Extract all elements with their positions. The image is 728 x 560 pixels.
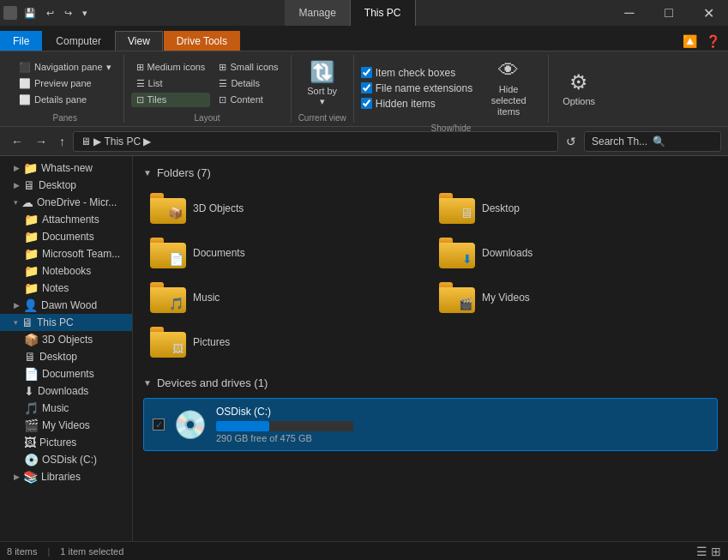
details-view-btn[interactable]: ☰	[696, 545, 707, 558]
back-btn[interactable]: ←	[7, 132, 27, 151]
details-btn[interactable]: ☰ Details	[214, 76, 283, 91]
folder-downloads[interactable]: ⬇ Downloads	[432, 232, 718, 274]
hidden-items-input[interactable]	[361, 98, 372, 109]
sidebar-item-pictures[interactable]: 🖼 Pictures	[0, 434, 132, 451]
minimize-btn[interactable]: ─	[610, 0, 649, 26]
up-btn[interactable]: ↑	[55, 132, 69, 151]
manage-tab[interactable]: Manage	[285, 0, 350, 26]
ribbon: ⬛ Navigation pane ▾ ⬜ Preview pane ⬜ Det…	[0, 51, 728, 127]
sidebar-label: Libraries	[41, 471, 125, 483]
folder-desktop[interactable]: 🖥 Desktop	[432, 188, 718, 229]
sidebar-item-downloads[interactable]: ⬇ Downloads	[0, 382, 132, 400]
sidebar-label: Desktop	[39, 179, 125, 191]
title-bar-tabs: Manage This PC	[285, 0, 415, 26]
sidebar-item-attachments[interactable]: 📁 Attachments	[0, 211, 132, 228]
status-separator: |	[47, 546, 50, 557]
sidebar-label: Documents	[42, 368, 125, 380]
quick-access-btn[interactable]: 💾	[21, 6, 39, 21]
libraries-icon: 📚	[23, 470, 38, 484]
status-bar: 8 items | 1 item selected ☰ ⊞	[0, 541, 728, 560]
sidebar-item-desktop-top[interactable]: ▶ 🖥 Desktop	[0, 177, 132, 194]
address-bar[interactable]: 🖥 ▶ This PC ▶	[73, 131, 558, 152]
maximize-btn[interactable]: □	[649, 0, 689, 26]
desktop-icon: 🖥	[23, 178, 35, 192]
medium-icons-btn[interactable]: ⊞ Medium icons	[131, 60, 211, 75]
navigation-pane-btn[interactable]: ⬛ Navigation pane ▾	[14, 60, 117, 75]
folder-pictures[interactable]: 🖼 Pictures	[143, 322, 429, 363]
videos-icon: 🎬	[24, 418, 39, 432]
tiles-view-btn[interactable]: ⊞	[711, 545, 721, 558]
folder-3d-objects[interactable]: 📦 3D Objects	[143, 188, 429, 229]
current-view-label: Current view	[298, 113, 346, 123]
undo-btn[interactable]: ↩	[43, 6, 57, 21]
drive-osdisk[interactable]: ✓ 💿 OSDisk (C:) 290 GB free of 475 GB	[143, 398, 718, 451]
folder-name: My Videos	[482, 292, 530, 304]
tiles-btn[interactable]: ⊡ Tiles	[131, 93, 211, 107]
folder-documents[interactable]: 📄 Documents	[143, 232, 429, 274]
list-icon: ☰	[136, 78, 145, 89]
folders-grid: 📦 3D Objects 🖥 Desktop 📄	[143, 188, 718, 363]
small-icons-btn[interactable]: ⊞ Small icons	[214, 60, 283, 75]
sidebar-item-whats-new[interactable]: ▶ 📁 Whats-new	[0, 160, 132, 177]
sidebar-item-documents-od[interactable]: 📁 Documents	[0, 228, 132, 245]
sidebar-item-notebooks[interactable]: 📁 Notebooks	[0, 262, 132, 280]
folders-collapse-btn[interactable]: ▼	[143, 168, 152, 178]
options-btn[interactable]: ⚙ Options	[556, 67, 602, 110]
expand-arrow: ▾	[14, 198, 18, 207]
ribbon-collapse-btn[interactable]: 🔼	[678, 32, 701, 51]
sidebar-label: Notes	[42, 282, 125, 294]
folder-my-videos[interactable]: 🎬 My Videos	[432, 277, 718, 318]
ribbon-help: 🔼 ❓	[678, 32, 728, 51]
sidebar-item-dawn-wood[interactable]: ▶ 👤 Dawn Wood	[0, 297, 132, 314]
close-btn[interactable]: ✕	[689, 0, 728, 26]
devices-section-header: ▼ Devices and drives (1)	[143, 376, 718, 389]
tab-view[interactable]: View	[115, 31, 163, 51]
sidebar-item-notes[interactable]: 📁 Notes	[0, 280, 132, 297]
list-btn[interactable]: ☰ List	[131, 76, 211, 91]
folder-icon-downloads: ⬇	[439, 238, 475, 268]
redo-btn[interactable]: ↪	[61, 6, 75, 21]
search-bar[interactable]: Search Th... 🔍	[584, 131, 721, 152]
ribbon-help-btn[interactable]: ❓	[701, 32, 725, 51]
sidebar-item-this-pc[interactable]: ▾ 🖥 This PC	[0, 314, 132, 331]
tab-drive-tools[interactable]: Drive Tools	[164, 31, 240, 51]
sidebar-item-documents[interactable]: 📄 Documents	[0, 365, 132, 382]
nav-pane-icon: ⬛	[19, 62, 31, 73]
file-area: ▼ Folders (7) 📦 3D Objects 🖥	[133, 156, 728, 541]
folder-icon: 📁	[24, 281, 39, 295]
view-toggle: ☰ ⊞	[696, 545, 721, 558]
window-controls: ─ □ ✕	[610, 0, 728, 26]
folder-name: Documents	[193, 247, 245, 259]
sort-by-btn[interactable]: 🔃 Sort by ▾	[300, 57, 344, 111]
sidebar-item-music[interactable]: 🎵 Music	[0, 400, 132, 417]
refresh-btn[interactable]: ↺	[562, 132, 581, 151]
qa-dropdown[interactable]: ▾	[79, 6, 91, 21]
content-btn[interactable]: ⊡ Content	[214, 93, 283, 107]
sidebar-item-videos[interactable]: 🎬 My Videos	[0, 417, 132, 434]
hide-selected-btn[interactable]: 👁 Hide selected items	[476, 55, 541, 122]
sidebar-item-3d-objects[interactable]: 📦 3D Objects	[0, 331, 132, 348]
folder-music[interactable]: 🎵 Music	[143, 277, 429, 318]
tab-computer[interactable]: Computer	[43, 31, 114, 51]
this-pc-tab[interactable]: This PC	[351, 0, 416, 26]
preview-pane-btn[interactable]: ⬜ Preview pane	[14, 76, 117, 91]
sidebar-label: Whats-new	[41, 162, 125, 174]
sidebar-item-desktop[interactable]: 🖥 Desktop	[0, 348, 132, 365]
tab-file[interactable]: File	[0, 31, 42, 51]
expand-arrow: ▶	[14, 473, 20, 481]
details-pane-btn[interactable]: ⬜ Details pane	[14, 93, 117, 107]
forward-btn[interactable]: →	[31, 132, 51, 151]
sidebar-item-ms-teams[interactable]: 📁 Microsoft Team...	[0, 245, 132, 262]
drive-checkbox[interactable]: ✓	[153, 418, 165, 431]
sidebar-item-libraries[interactable]: ▶ 📚 Libraries	[0, 468, 132, 485]
folder-icon-music: 🎵	[150, 282, 186, 313]
sidebar-item-onedrive[interactable]: ▾ ☁ OneDrive - Micr...	[0, 194, 132, 211]
expand-arrow: ▶	[14, 301, 20, 310]
desktop-icon: 🖥	[24, 350, 36, 364]
devices-collapse-btn[interactable]: ▼	[143, 378, 152, 388]
medium-icons-icon: ⊞	[136, 62, 144, 73]
item-checkboxes-input[interactable]	[361, 67, 372, 78]
sidebar-item-osdisk[interactable]: 💿 OSDisk (C:)	[0, 451, 132, 468]
file-name-ext-input[interactable]	[361, 82, 372, 93]
panes-content: ⬛ Navigation pane ▾ ⬜ Preview pane ⬜ Det…	[14, 55, 117, 111]
